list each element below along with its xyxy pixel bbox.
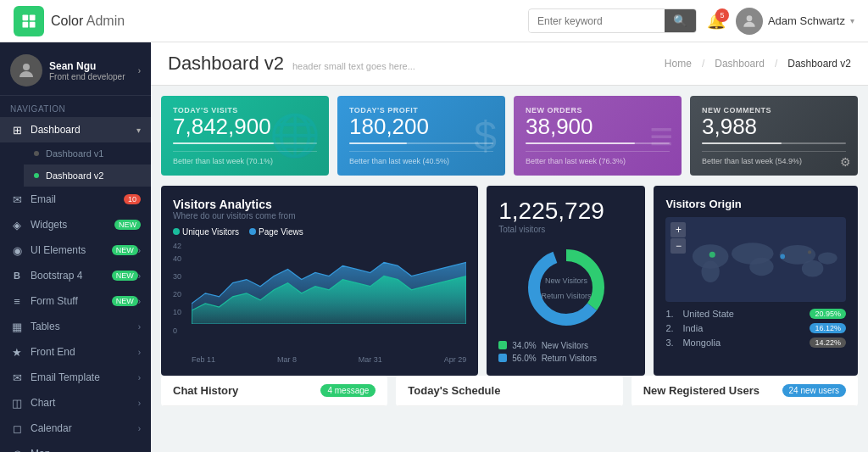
sidebar-bootstrap-label: Bootstrap 4 bbox=[31, 270, 108, 282]
chart-icon: ◫ bbox=[10, 396, 24, 410]
profile-role: Front end developer bbox=[49, 72, 125, 81]
map-zoom-out-button[interactable]: − bbox=[670, 238, 686, 254]
sidebar-item-widgets[interactable]: ◈ Widgets NEW bbox=[0, 212, 151, 237]
donut-legend: 34.0% New Visitors 56.0% Return Visitors bbox=[498, 341, 633, 363]
main-layout: Sean Ngu Front end developer › Navigatio… bbox=[0, 42, 868, 452]
visitors-panel: 1,225,729 Total visitors New Visitors Re… bbox=[487, 186, 645, 376]
map-panel: Visitors Origin + − bbox=[654, 186, 858, 376]
sidebar-item-chart[interactable]: ◫ Chart › bbox=[0, 390, 151, 416]
registered-users-badge: 24 new users bbox=[782, 384, 846, 397]
profile-info: Sean Ngu Front end developer bbox=[49, 60, 125, 81]
india-name: India bbox=[682, 323, 810, 333]
registered-users-header: New Registered Users 24 new users bbox=[632, 376, 858, 406]
analytics-subtitle: Where do our visitors come from bbox=[173, 211, 466, 220]
map-zoom-controls: + − bbox=[670, 222, 686, 254]
return-visitors-label: Return Visitors bbox=[542, 354, 597, 363]
chart-arrow-icon: › bbox=[138, 399, 141, 408]
widget-registered-users: New Registered Users 24 new users bbox=[632, 376, 858, 406]
sidebar-item-dashboard-v1[interactable]: Dashboard v1 bbox=[24, 142, 151, 165]
dashboard-submenu: Dashboard v1 Dashboard v2 bbox=[0, 142, 151, 187]
chart-svg bbox=[192, 242, 466, 324]
sidebar-item-ui-elements[interactable]: ◉ UI Elements NEW › bbox=[0, 237, 151, 263]
india-pct: 16.12% bbox=[810, 323, 846, 333]
orders-value: 38,900 bbox=[526, 114, 670, 139]
comments-gear-button[interactable]: ⚙ bbox=[840, 155, 851, 169]
profile-avatar bbox=[10, 54, 42, 86]
sidebar: Sean Ngu Front end developer › Navigatio… bbox=[0, 42, 151, 452]
country-item-india: 2. India 16.12% bbox=[665, 323, 846, 333]
new-visitors-pct: 34.0% bbox=[512, 341, 536, 350]
sidebar-item-bootstrap4[interactable]: B Bootstrap 4 NEW › bbox=[0, 263, 151, 288]
donut-chart-wrap: New Visitors Return Visitors bbox=[498, 241, 633, 334]
breadcrumb: Home / Dashboard / Dashboard v2 bbox=[665, 58, 851, 70]
sidebar-item-dashboard[interactable]: ⊞ Dashboard ▾ bbox=[0, 117, 151, 142]
stat-card-profit: TODAY'S PROFIT 180,200 Better than last … bbox=[337, 96, 505, 176]
widgets-new-badge: NEW bbox=[114, 220, 141, 230]
sidebar-tables-label: Tables bbox=[31, 321, 138, 332]
breadcrumb-home[interactable]: Home bbox=[665, 58, 692, 70]
sidebar-item-dashboard-v2[interactable]: Dashboard v2 bbox=[24, 165, 151, 187]
bottom-widgets-row: Chat History 4 message Today's Schedule … bbox=[151, 376, 868, 416]
chart-area: 42403020100 bbox=[173, 242, 466, 352]
notification-button[interactable]: 🔔 5 bbox=[707, 12, 726, 31]
search-button[interactable]: 🔍 bbox=[665, 9, 696, 32]
analytics-section: Visitors Analytics Where do our visitors… bbox=[151, 186, 868, 376]
widget-chat-history: Chat History 4 message bbox=[161, 376, 387, 406]
sidebar-item-form-stuff[interactable]: ≡ Form Stuff NEW › bbox=[0, 288, 151, 314]
sidebar-item-email[interactable]: ✉ Email 10 bbox=[0, 187, 151, 212]
chat-history-title: Chat History bbox=[173, 384, 238, 397]
stat-cards: TODAY'S VISITS 7,842,900 Better than las… bbox=[151, 86, 868, 186]
schedule-header: Today's Schedule bbox=[396, 376, 622, 406]
sidebar-item-calendar[interactable]: ◻ Calendar › bbox=[0, 416, 151, 441]
visits-bg-icon: 🌐 bbox=[270, 112, 320, 159]
sidebar-chart-label: Chart bbox=[31, 397, 138, 409]
visitors-total: 1,225,729 bbox=[498, 198, 633, 225]
widgets-icon: ◈ bbox=[10, 218, 24, 232]
svg-text:New Visitors: New Visitors bbox=[545, 276, 587, 285]
sidebar-profile: Sean Ngu Front end developer › bbox=[0, 42, 151, 96]
email-badge: 10 bbox=[124, 194, 141, 204]
bootstrap-icon: B bbox=[10, 269, 24, 282]
form-arrow-icon: › bbox=[138, 297, 141, 306]
sidebar-item-email-template[interactable]: ✉ Email Template › bbox=[0, 365, 151, 390]
svg-point-5 bbox=[23, 64, 30, 70]
email-template-icon: ✉ bbox=[10, 371, 24, 384]
breadcrumb-sep2: / bbox=[775, 58, 777, 70]
form-icon: ≡ bbox=[10, 294, 24, 308]
orders-progress bbox=[526, 142, 670, 144]
svg-rect-1 bbox=[30, 14, 36, 20]
sidebar-form-label: Form Stuff bbox=[31, 295, 108, 307]
tables-arrow-icon: › bbox=[138, 322, 141, 332]
breadcrumb-dashboard[interactable]: Dashboard bbox=[715, 58, 765, 70]
notif-badge: 5 bbox=[715, 8, 729, 22]
page-title-wrap: Dashboard v2 header small text goes here… bbox=[168, 53, 415, 75]
logo bbox=[14, 6, 44, 36]
india-rank: 2. bbox=[665, 323, 682, 333]
mongolia-pct: 14.22% bbox=[810, 338, 846, 348]
return-visitors-color bbox=[498, 354, 507, 362]
email-template-arrow-icon: › bbox=[138, 373, 141, 382]
svg-point-4 bbox=[747, 15, 753, 21]
calendar-icon: ◻ bbox=[10, 421, 24, 435]
comments-footer: Better than last week (54.9%) bbox=[702, 151, 846, 165]
map-zoom-in-button[interactable]: + bbox=[670, 222, 686, 237]
sidebar-ui-label: UI Elements bbox=[31, 244, 108, 256]
sidebar-item-front-end[interactable]: ★ Front End › bbox=[0, 339, 151, 365]
comments-progress bbox=[702, 142, 846, 144]
sidebar-email-label: Email bbox=[31, 193, 120, 205]
topnav-right: 🔍 🔔 5 Adam Schwartz ▾ bbox=[528, 8, 854, 35]
svg-rect-3 bbox=[30, 21, 36, 27]
frontend-icon: ★ bbox=[10, 345, 24, 359]
user-area[interactable]: Adam Schwartz ▾ bbox=[736, 8, 854, 35]
profit-progress bbox=[349, 142, 493, 144]
search-input[interactable] bbox=[529, 10, 665, 32]
sidebar-item-tables[interactable]: ▦ Tables › bbox=[0, 314, 151, 339]
sidebar-email-template-label: Email Template bbox=[31, 371, 138, 383]
chart-x-labels: Feb 11Mar 8Mar 31Apr 29 bbox=[173, 355, 466, 364]
new-visitors-color bbox=[498, 341, 507, 349]
chart-legend: Unique Visitors Page Views bbox=[173, 227, 466, 237]
map-icon: ◎ bbox=[10, 447, 24, 452]
sidebar-item-map[interactable]: ◎ Map › bbox=[0, 441, 151, 452]
calendar-arrow-icon: › bbox=[138, 424, 141, 433]
svg-point-14 bbox=[702, 260, 720, 282]
